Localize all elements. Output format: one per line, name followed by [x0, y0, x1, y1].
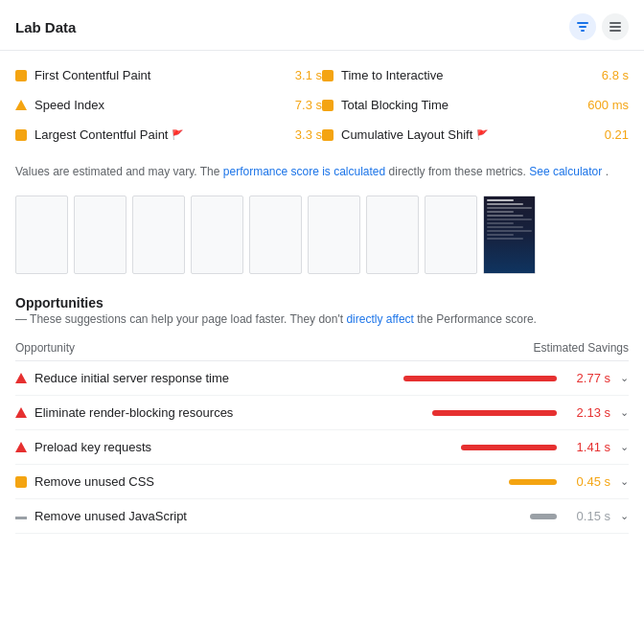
- metric-name-cls: Cumulative Layout Shift 🚩: [341, 127, 597, 142]
- opp-row-4[interactable]: Remove unused CSS 0.45 s ⌄: [15, 465, 629, 499]
- opp-bar-container-1: 2.77 s ⌄: [403, 371, 629, 385]
- metric-value-lcp: 3.3 s: [295, 127, 322, 142]
- opp-chevron-3: ⌄: [620, 441, 629, 453]
- opp-bar-container-2: 2.13 s ⌄: [432, 405, 629, 420]
- filmstrip-frame-4: [191, 196, 243, 274]
- metric-icon-lcp: [15, 129, 27, 141]
- metrics-grid: First Contentful Paint 3.1 s Time to Int…: [0, 51, 644, 153]
- col-savings: Estimated Savings: [534, 341, 629, 355]
- metric-tbt: Total Blocking Time 600 ms: [322, 92, 629, 118]
- metric-name-tti: Time to Interactive: [341, 68, 594, 82]
- metric-icon-si: [15, 100, 27, 110]
- metric-icon-cls: [322, 129, 334, 141]
- opp-row-3[interactable]: Preload key requests 1.41 s ⌄: [15, 430, 629, 465]
- opp-savings-1: 2.77 s: [564, 371, 610, 385]
- filmstrip: [0, 186, 644, 284]
- opp-bar-3: [461, 445, 557, 450]
- opp-savings-5: 0.15 s: [564, 509, 610, 523]
- metric-name-lcp: Largest Contentful Paint 🚩: [34, 127, 288, 142]
- perf-score-link[interactable]: performance score is calculated: [223, 165, 385, 178]
- opp-icon-2: [15, 407, 27, 418]
- opp-chevron-2: ⌄: [620, 406, 629, 419]
- metric-name-si: Speed Index: [34, 98, 288, 112]
- opp-savings-4: 0.45 s: [564, 474, 610, 489]
- filmstrip-frame-5: [249, 196, 302, 274]
- menu-button[interactable]: [602, 13, 629, 40]
- metric-value-si: 7.3 s: [295, 98, 322, 112]
- metric-name-fcp: First Contentful Paint: [34, 68, 288, 82]
- opportunities-subtitle: — These suggestions can help your page l…: [15, 310, 537, 328]
- filter-button[interactable]: [569, 13, 596, 40]
- filmstrip-frame-1: [15, 196, 68, 274]
- opp-icon-1: [15, 373, 27, 383]
- opp-name-4: Remove unused CSS: [34, 474, 501, 489]
- metric-lcp: Largest Contentful Paint 🚩 3.3 s: [15, 122, 322, 148]
- svg-rect-0: [577, 22, 588, 24]
- opp-bar-container-4: 0.45 s ⌄: [509, 474, 629, 489]
- opp-chevron-1: ⌄: [620, 372, 629, 384]
- opportunities-header: Opportunities — These suggestions can he…: [15, 295, 629, 328]
- table-header: Opportunity Estimated Savings: [15, 335, 629, 361]
- metric-value-tti: 6.8 s: [602, 68, 629, 82]
- info-text: Values are estimated and may vary. The p…: [0, 153, 644, 186]
- metric-value-fcp: 3.1 s: [295, 68, 322, 82]
- filmstrip-frame-9: [483, 196, 536, 274]
- metric-name-tbt: Total Blocking Time: [341, 98, 580, 112]
- filmstrip-frame-2: [74, 196, 126, 274]
- opp-name-3: Preload key requests: [34, 440, 453, 454]
- filmstrip-frame-8: [425, 196, 477, 274]
- opp-chevron-5: ⌄: [620, 510, 629, 522]
- opp-subtitle-before: — These suggestions can help your page l…: [15, 312, 346, 326]
- metric-icon-tti: [322, 70, 334, 81]
- metric-value-cls: 0.21: [605, 127, 629, 142]
- directly-affect-link[interactable]: directly affect: [346, 312, 413, 326]
- thumb-content: [484, 196, 535, 273]
- opp-row-2[interactable]: Eliminate render-blocking resources 2.13…: [15, 396, 629, 430]
- svg-rect-2: [581, 30, 585, 32]
- metric-cls: Cumulative Layout Shift 🚩 0.21: [322, 122, 629, 148]
- metric-icon-tbt: [322, 100, 334, 111]
- opp-icon-5: [15, 517, 27, 519]
- filmstrip-frame-6: [308, 196, 360, 274]
- opp-icon-4: [15, 476, 27, 488]
- filter-icon: [576, 20, 589, 34]
- metric-fcp: First Contentful Paint 3.1 s: [15, 62, 322, 88]
- svg-rect-3: [610, 22, 621, 24]
- opp-bar-container-5: 0.15 s ⌄: [530, 509, 629, 523]
- metric-value-tbt: 600 ms: [587, 98, 629, 112]
- opp-name-1: Reduce initial server response time: [34, 371, 396, 385]
- opp-bar-2: [432, 410, 557, 416]
- opportunities-section: Opportunities — These suggestions can he…: [0, 284, 644, 534]
- opp-bar-container-3: 1.41 s ⌄: [461, 440, 629, 454]
- svg-rect-4: [610, 26, 621, 28]
- opp-bar-1: [403, 376, 557, 381]
- opp-savings-2: 2.13 s: [564, 405, 610, 420]
- filmstrip-frame-3: [132, 196, 185, 274]
- opportunities-title: Opportunities: [15, 295, 104, 310]
- opp-bar-4: [509, 479, 557, 485]
- metric-icon-fcp: [15, 70, 27, 81]
- info-static-1: Values are estimated and may vary. The: [15, 165, 223, 178]
- filmstrip-frame-7: [366, 196, 419, 274]
- menu-icon: [609, 20, 622, 34]
- opp-savings-3: 1.41 s: [564, 440, 610, 454]
- col-opportunity: Opportunity: [15, 341, 75, 355]
- opp-name-2: Eliminate render-blocking resources: [34, 405, 425, 420]
- opp-row-1[interactable]: Reduce initial server response time 2.77…: [15, 361, 629, 396]
- opp-icon-3: [15, 442, 27, 452]
- svg-rect-5: [610, 30, 621, 32]
- svg-rect-1: [579, 26, 586, 28]
- header: Lab Data: [0, 0, 644, 51]
- opp-subtitle-after: the Performance score.: [417, 312, 537, 326]
- header-actions: [569, 13, 629, 40]
- info-static-2: directly from these metrics.: [389, 165, 530, 178]
- calculator-link[interactable]: See calculator: [529, 165, 602, 178]
- opp-chevron-4: ⌄: [620, 475, 629, 488]
- opp-name-5: Remove unused JavaScript: [34, 509, 522, 523]
- metric-tti: Time to Interactive 6.8 s: [322, 62, 629, 88]
- page-title: Lab Data: [15, 19, 76, 35]
- opp-bar-5: [530, 514, 557, 519]
- info-static-3: .: [606, 165, 609, 178]
- metric-si: Speed Index 7.3 s: [15, 92, 322, 118]
- opp-row-5[interactable]: Remove unused JavaScript 0.15 s ⌄: [15, 499, 629, 534]
